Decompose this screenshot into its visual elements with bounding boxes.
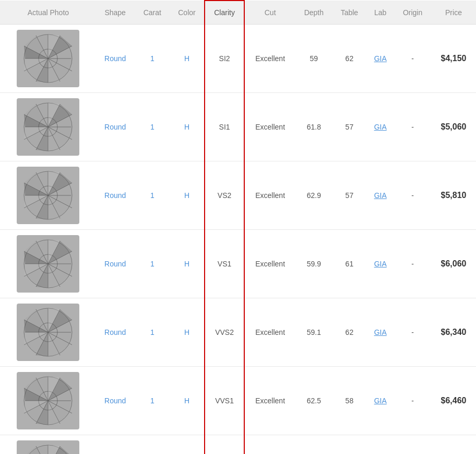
diamond-photo-cell[interactable]	[0, 161, 96, 230]
clarity-cell: VVS2	[205, 298, 244, 367]
col-header-lab: Lab	[366, 1, 394, 25]
origin-cell: -	[394, 93, 431, 161]
diamond-photo-cell[interactable]	[0, 230, 96, 298]
origin-cell: -	[394, 25, 431, 93]
diamond-image	[17, 167, 79, 224]
depth-cell: 59.1	[295, 298, 332, 367]
clarity-cell: VVS1	[205, 367, 244, 435]
price-cell: $4,150	[431, 25, 476, 93]
diamond-table: Actual Photo Shape Carat Color Clarity C…	[0, 0, 476, 454]
table-cell: 61	[332, 230, 367, 298]
lab-cell[interactable]: GIA	[366, 367, 394, 435]
shape-cell: Round	[96, 230, 135, 298]
origin-cell: -	[394, 367, 431, 435]
table-cell: 62	[332, 25, 367, 93]
clarity-cell: SI2	[205, 25, 244, 93]
price-cell: $6,340	[431, 298, 476, 367]
table-cell: 62	[332, 298, 367, 367]
table-row: Round1HIFExcellent62.260GIA-$6,940	[0, 435, 476, 455]
color-cell: H	[170, 298, 205, 367]
clarity-cell: VS2	[205, 161, 244, 230]
lab-cell[interactable]: GIA	[366, 435, 394, 455]
diamond-photo-cell[interactable]	[0, 298, 96, 367]
price-cell: $6,940	[431, 435, 476, 455]
depth-cell: 59.9	[295, 230, 332, 298]
shape-cell: Round	[96, 25, 135, 93]
carat-cell: 1	[135, 230, 170, 298]
lab-cell[interactable]: GIA	[366, 93, 394, 161]
diamond-image	[17, 440, 79, 454]
carat-cell: 1	[135, 435, 170, 455]
table-row: Round1HVVS1Excellent62.558GIA-$6,460	[0, 367, 476, 435]
col-header-origin: Origin	[394, 1, 431, 25]
diamond-photo-cell[interactable]	[0, 367, 96, 435]
cut-cell: Excellent	[244, 298, 295, 367]
table-header-row: Actual Photo Shape Carat Color Clarity C…	[0, 1, 476, 25]
origin-cell: -	[394, 298, 431, 367]
origin-cell: -	[394, 230, 431, 298]
table-row: Round1HSI1Excellent61.857GIA-$5,060	[0, 93, 476, 161]
depth-cell: 62.2	[295, 435, 332, 455]
color-cell: H	[170, 93, 205, 161]
table-row: Round1HVVS2Excellent59.162GIA-$6,340	[0, 298, 476, 367]
col-header-table: Table	[332, 1, 367, 25]
shape-cell: Round	[96, 93, 135, 161]
table-row: Round1HVS2Excellent62.957GIA-$5,810	[0, 161, 476, 230]
shape-cell: Round	[96, 161, 135, 230]
col-header-depth: Depth	[295, 1, 332, 25]
col-header-price: Price	[431, 1, 476, 25]
lab-cell[interactable]: GIA	[366, 161, 394, 230]
price-cell: $6,060	[431, 230, 476, 298]
origin-cell: -	[394, 161, 431, 230]
shape-cell: Round	[96, 298, 135, 367]
diamond-image	[17, 372, 79, 429]
depth-cell: 62.9	[295, 161, 332, 230]
carat-cell: 1	[135, 367, 170, 435]
table-cell: 57	[332, 161, 367, 230]
color-cell: H	[170, 230, 205, 298]
shape-cell: Round	[96, 367, 135, 435]
depth-cell: 62.5	[295, 367, 332, 435]
lab-cell[interactable]: GIA	[366, 230, 394, 298]
diamond-photo-cell[interactable]	[0, 93, 96, 161]
carat-cell: 1	[135, 298, 170, 367]
price-cell: $6,460	[431, 367, 476, 435]
color-cell: H	[170, 161, 205, 230]
origin-cell: -	[394, 435, 431, 455]
col-header-color: Color	[170, 1, 205, 25]
diamond-image	[17, 304, 79, 361]
color-cell: H	[170, 25, 205, 93]
col-header-clarity: Clarity	[205, 1, 244, 25]
color-cell: H	[170, 435, 205, 455]
carat-cell: 1	[135, 161, 170, 230]
cut-cell: Excellent	[244, 230, 295, 298]
clarity-cell: SI1	[205, 93, 244, 161]
depth-cell: 61.8	[295, 93, 332, 161]
diamond-image	[17, 98, 79, 156]
price-cell: $5,060	[431, 93, 476, 161]
table-cell: 57	[332, 93, 367, 161]
cut-cell: Excellent	[244, 435, 295, 455]
col-header-photo: Actual Photo	[0, 1, 96, 25]
lab-cell[interactable]: GIA	[366, 25, 394, 93]
cut-cell: Excellent	[244, 367, 295, 435]
cut-cell: Excellent	[244, 93, 295, 161]
diamond-photo-cell[interactable]	[0, 435, 96, 455]
col-header-cut: Cut	[244, 1, 295, 25]
carat-cell: 1	[135, 25, 170, 93]
diamond-image	[17, 235, 79, 293]
price-cell: $5,810	[431, 161, 476, 230]
carat-cell: 1	[135, 93, 170, 161]
table-cell: 58	[332, 367, 367, 435]
table-row: Round1HVS1Excellent59.961GIA-$6,060	[0, 230, 476, 298]
shape-cell: Round	[96, 435, 135, 455]
diamond-photo-cell[interactable]	[0, 25, 96, 93]
clarity-cell: IF	[205, 435, 244, 455]
col-header-shape: Shape	[96, 1, 135, 25]
table-row: Round1HSI2Excellent5962GIA-$4,150	[0, 25, 476, 93]
color-cell: H	[170, 367, 205, 435]
lab-cell[interactable]: GIA	[366, 298, 394, 367]
clarity-cell: VS1	[205, 230, 244, 298]
cut-cell: Excellent	[244, 161, 295, 230]
col-header-carat: Carat	[135, 1, 170, 25]
